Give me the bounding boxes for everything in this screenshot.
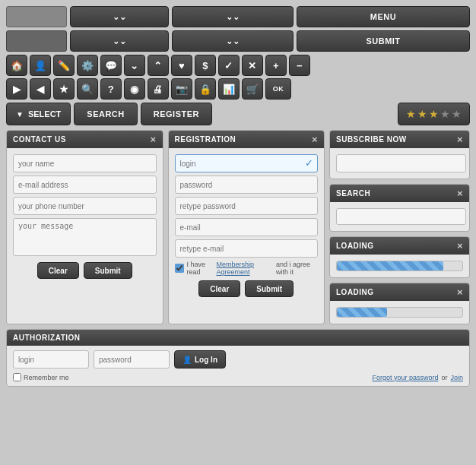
agreement-text: I have read: [187, 261, 214, 276]
agreement-row: I have read Membership Agreement and i a…: [175, 261, 319, 276]
chevron-btn-3[interactable]: ⌄⌄: [70, 30, 169, 52]
chevron-btn-4[interactable]: ⌄⌄: [172, 30, 294, 52]
login-btn[interactable]: 👤 Log In: [174, 350, 226, 369]
loading-panel-1: LOADING ×: [329, 236, 470, 278]
progress-fill-2: [337, 308, 387, 317]
loading-panel-2: LOADING ×: [329, 283, 470, 324]
search-btn[interactable]: SEARCH: [74, 103, 137, 125]
chevron-btn-2[interactable]: ⌄⌄: [172, 6, 294, 27]
remember-me-checkbox[interactable]: [13, 373, 21, 381]
chart-icon[interactable]: 📊: [218, 78, 240, 100]
loading-close-btn-1[interactable]: ×: [457, 241, 463, 251]
help-icon[interactable]: ?: [100, 78, 122, 100]
search-submit-btn[interactable]: 🔍: [469, 208, 470, 225]
star-3[interactable]: ★: [429, 108, 439, 120]
auth-panel: AUTHORIZATION 👤 Log In Remember me Forgo…: [6, 329, 470, 387]
lock-icon[interactable]: 🔒: [195, 78, 216, 100]
arrow-right-icon[interactable]: ▶: [6, 78, 27, 100]
loading-close-btn-2[interactable]: ×: [457, 287, 463, 297]
settings-icon[interactable]: ⚙️: [77, 55, 98, 76]
contact-submit-btn[interactable]: Submit: [84, 262, 132, 279]
progress-bar-1: [336, 261, 463, 271]
login-check-icon: ✓: [305, 157, 313, 169]
arrow-left-icon[interactable]: ◀: [30, 78, 51, 100]
dollar-icon[interactable]: $: [195, 55, 216, 76]
star-icon[interactable]: ★: [53, 78, 75, 100]
registration-close-btn[interactable]: ×: [312, 134, 318, 144]
contact-phone-input[interactable]: [13, 197, 157, 215]
register-btn[interactable]: REGISTER: [141, 103, 212, 125]
print-icon[interactable]: 🖨: [148, 78, 169, 100]
contact-close-btn[interactable]: ×: [150, 134, 156, 144]
loading-header-1: LOADING ×: [330, 237, 469, 255]
ok-btn[interactable]: OK: [265, 78, 291, 100]
reg-submit-btn[interactable]: Submit: [245, 280, 294, 297]
reg-email-input[interactable]: [175, 218, 319, 236]
chevron-btn-1[interactable]: ⌄⌄: [70, 6, 169, 27]
check-icon[interactable]: ✓: [218, 55, 240, 76]
registration-panel: REGISTRATION × ✓ I have read Membership …: [168, 130, 325, 324]
home-icon[interactable]: 🏠: [6, 55, 27, 76]
auth-header: AUTHORIZATION: [7, 330, 469, 346]
auth-login-input[interactable]: [13, 350, 89, 369]
loading-header-2: LOADING ×: [330, 283, 469, 301]
plus-icon[interactable]: +: [265, 55, 287, 76]
subscribe-panel: SUBSCRIBE NOW × ✉: [329, 130, 470, 179]
select-btn[interactable]: ▼ SELECT: [6, 103, 71, 125]
camera-icon[interactable]: 📷: [171, 78, 192, 100]
contact-panel: CONTACT US × Clear Submit: [6, 130, 163, 324]
reg-retype-email-input[interactable]: [175, 239, 319, 258]
contact-message-input[interactable]: [13, 218, 157, 256]
rss-icon[interactable]: ◉: [124, 78, 145, 100]
progress-bar-2: [336, 307, 463, 318]
reg-clear-btn[interactable]: Clear: [198, 280, 240, 297]
progress-fill-1: [337, 261, 443, 270]
star-4[interactable]: ★: [440, 108, 450, 120]
subscribe-submit-btn[interactable]: ✉: [469, 154, 470, 172]
contact-panel-header: CONTACT US ×: [7, 131, 163, 148]
submit-top-btn[interactable]: SUBMIT: [297, 30, 470, 52]
slider-bar[interactable]: [6, 30, 67, 52]
menu-btn[interactable]: MENU: [297, 6, 470, 27]
spacer-btn-1: [6, 6, 67, 27]
login-icon: 👤: [182, 356, 192, 364]
reg-password-input[interactable]: [175, 176, 319, 194]
minus-icon[interactable]: −: [289, 55, 310, 76]
user-icon[interactable]: 👤: [30, 55, 51, 76]
subscribe-input[interactable]: [336, 154, 466, 172]
search-input[interactable]: [336, 208, 466, 225]
edit-icon[interactable]: ✏️: [53, 55, 75, 76]
agreement-post: and i agree with it: [276, 261, 318, 276]
auth-password-input[interactable]: [94, 350, 170, 369]
star-rating[interactable]: ★ ★ ★ ★ ★: [398, 103, 470, 125]
reg-retype-password-input[interactable]: [175, 197, 319, 215]
agreement-link[interactable]: Membership Agreement: [217, 261, 273, 276]
agreement-checkbox[interactable]: [175, 264, 184, 273]
star-2[interactable]: ★: [417, 108, 427, 120]
search-close-btn[interactable]: ×: [457, 188, 463, 198]
star-5[interactable]: ★: [452, 108, 462, 120]
chat-icon[interactable]: 💬: [100, 55, 122, 76]
close-icon[interactable]: ✕: [242, 55, 263, 76]
heart-icon[interactable]: ♥: [171, 55, 192, 76]
subscribe-close-btn[interactable]: ×: [457, 134, 463, 144]
star-1[interactable]: ★: [406, 108, 416, 120]
search-icon[interactable]: 🔍: [77, 78, 98, 100]
chevron-up-icon[interactable]: ⌃: [148, 55, 169, 76]
forgot-password-link[interactable]: Forgot your password: [372, 374, 438, 381]
chevron-down-icon[interactable]: ⌄: [124, 55, 145, 76]
contact-name-input[interactable]: [13, 154, 157, 172]
search-panel: SEARCH × 🔍: [329, 184, 470, 232]
contact-clear-btn[interactable]: Clear: [37, 262, 79, 279]
right-panels: SUBSCRIBE NOW × ✉ SEARCH × 🔍 LOADING: [329, 130, 470, 324]
search-header: SEARCH ×: [330, 185, 469, 202]
contact-email-input[interactable]: [13, 176, 157, 194]
registration-panel-header: REGISTRATION ×: [169, 131, 325, 148]
join-link[interactable]: Join: [450, 374, 463, 381]
subscribe-header: SUBSCRIBE NOW ×: [330, 131, 469, 148]
reg-login-input[interactable]: [175, 154, 319, 172]
cart-icon[interactable]: 🛒: [242, 78, 263, 100]
